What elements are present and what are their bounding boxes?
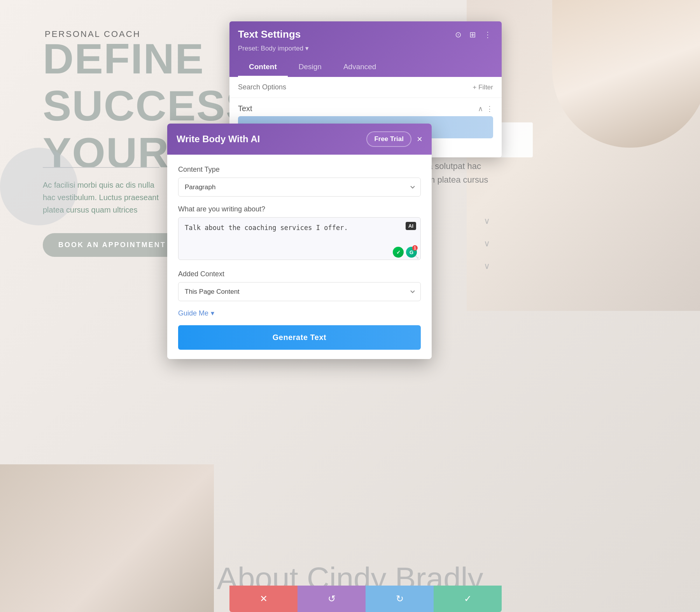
tab-design[interactable]: Design [288,58,332,77]
panel-title: Text Settings [238,28,301,40]
collapsed-item-3[interactable]: ∨ [443,255,490,277]
text-section-icons: ∧ ⋮ [478,105,493,113]
writing-about-label: What are you writing about? [178,205,421,213]
grammarly-check-icon[interactable]: ✓ [393,247,404,258]
ai-modal-header: Write Body With AI Free Trial × [167,124,432,155]
decorative-circle [0,148,78,225]
panel-preset: Preset: Body imported ▾ [238,44,493,52]
bottom-left-image [0,464,214,612]
panel-tabs: Content Design Advanced [238,58,493,77]
chevron-down-icon-3: ∨ [484,261,490,271]
textarea-resize-handle[interactable]: ⤡ [415,254,419,260]
textarea-ai-badge: AI [406,222,416,230]
panel-more-icon[interactable]: ⋮ [482,29,493,40]
section-collapse-icon[interactable]: ∧ [478,105,483,113]
content-type-label: Content Type [178,166,421,174]
writing-textarea-wrapper: Talk about the coaching services I offer… [178,217,421,262]
writing-about-textarea[interactable]: Talk about the coaching services I offer… [178,217,421,260]
section-more-icon[interactable]: ⋮ [486,105,493,113]
guide-me-row: Guide Me ▾ [178,309,421,317]
toolbar-confirm-button[interactable]: ✓ [434,586,502,612]
toolbar-undo-button[interactable]: ↺ [298,586,366,612]
panel-grid-icon[interactable]: ⊞ [468,29,478,40]
text-section-title: Text [238,104,252,113]
bg-visible-text: a solutpat hac m platea cursus [428,159,544,187]
added-context-label: Added Context [178,270,421,278]
panel-title-icons: ⊙ ⊞ ⋮ [453,29,493,40]
tab-advanced[interactable]: Advanced [332,58,387,77]
chevron-down-icon-2: ∨ [484,239,490,249]
grammarly-notification: 1 [412,245,418,251]
panel-title-row: Text Settings ⊙ ⊞ ⋮ [238,28,493,40]
free-trial-badge: Free Trial [366,131,411,147]
textarea-bottom-icons: ✓ G 1 [393,247,417,258]
context-select[interactable]: This Page Content [178,282,421,301]
panel-target-icon[interactable]: ⊙ [453,29,463,40]
text-section-header: Text ∧ ⋮ [229,98,502,116]
toolbar-cancel-button[interactable]: ✕ [229,586,298,612]
ai-modal-body: Content Type Paragraph What are you writ… [167,155,432,359]
ai-write-modal: Write Body With AI Free Trial × Content … [167,124,432,359]
toolbar-redo-button[interactable]: ↻ [366,586,434,612]
panel-header: Text Settings ⊙ ⊞ ⋮ Preset: Body importe… [229,21,502,77]
collapsed-item-2[interactable]: ∨ [443,232,490,255]
guide-me-button[interactable]: Guide Me ▾ [178,309,214,317]
cta-button[interactable]: BOOK AN APPOINTMENT [43,233,182,257]
ai-modal-title: Write Body With AI [177,134,260,145]
content-type-select[interactable]: Paragraph [178,178,421,197]
tab-content[interactable]: Content [238,58,288,77]
modal-close-button[interactable]: × [417,134,422,144]
guide-me-chevron-icon: ▾ [211,309,214,317]
panel-bottom-toolbar: ✕ ↺ ↻ ✓ [229,586,502,612]
search-input[interactable] [238,83,473,91]
collapsed-item-1[interactable]: ∨ [443,210,490,232]
right-panel-collapsed: ∨ ∨ ∨ [443,210,490,277]
guide-me-label: Guide Me [178,309,208,317]
ai-modal-header-right: Free Trial × [366,131,422,147]
search-row: + Filter [229,77,502,98]
filter-button[interactable]: + Filter [473,84,493,91]
generate-text-button[interactable]: Generate Text [178,325,421,350]
chevron-down-icon-1: ∨ [484,216,490,226]
